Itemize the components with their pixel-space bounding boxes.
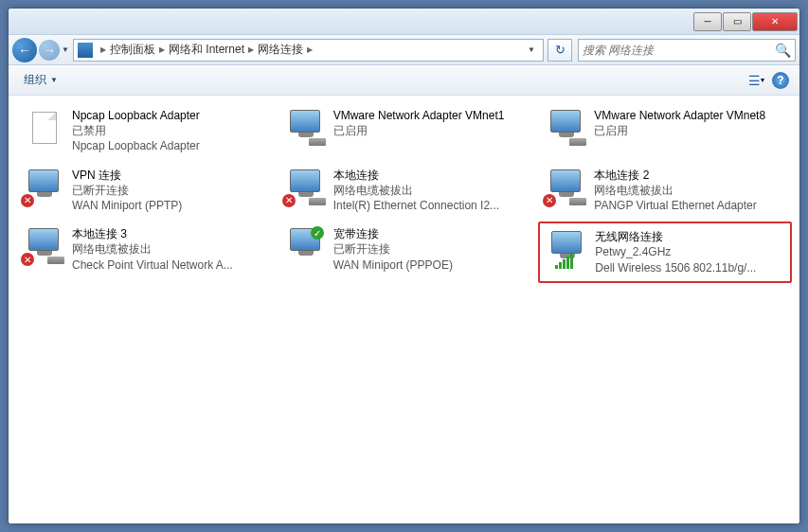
- connection-item[interactable]: ✕VPN 连接已断开连接WAN Miniport (PPTP): [16, 163, 270, 219]
- connection-text: 宽带连接已断开连接WAN Miniport (PPPOE): [333, 226, 527, 273]
- navbar: ← → ▼ ▶ 控制面板 ▶ 网络和 Internet ▶ 网络连接 ▶ ▼ ↻…: [9, 35, 799, 65]
- connection-icon: [282, 108, 328, 148]
- connection-name: 宽带连接: [333, 226, 527, 241]
- back-button[interactable]: ←: [12, 38, 37, 62]
- connection-name: 本地连接 2: [594, 168, 787, 183]
- connections-grid: Npcap Loopback Adapter已禁用Npcap Loopback …: [16, 103, 792, 283]
- search-icon[interactable]: 🔍: [775, 43, 791, 58]
- chevron-right-icon[interactable]: ▶: [248, 45, 254, 54]
- connection-item[interactable]: Npcap Loopback Adapter已禁用Npcap Loopback …: [16, 103, 270, 159]
- connection-text: 本地连接 3网络电缆被拔出Check Point Virtual Network…: [72, 226, 265, 273]
- breadcrumb: ▶ 控制面板 ▶ 网络和 Internet ▶ 网络连接 ▶: [97, 42, 316, 58]
- connection-status: 已禁用: [72, 123, 265, 138]
- address-bar[interactable]: ▶ 控制面板 ▶ 网络和 Internet ▶ 网络连接 ▶ ▼: [73, 39, 544, 62]
- breadcrumb-item[interactable]: 网络连接: [258, 42, 303, 58]
- content-area: Npcap Loopback Adapter已禁用Npcap Loopback …: [9, 96, 799, 523]
- connection-device: Npcap Loopback Adapter: [72, 138, 265, 153]
- connection-text: 本地连接 2网络电缆被拔出PANGP Virtual Ethernet Adap…: [594, 168, 787, 214]
- connection-status: 网络电缆被拔出: [333, 183, 527, 198]
- organize-label: 组织: [24, 72, 46, 88]
- connection-name: VMware Network Adapter VMnet8: [594, 108, 787, 123]
- titlebar: ─ ▭ ✕: [9, 9, 799, 35]
- connection-status: 已启用: [333, 123, 527, 138]
- chevron-down-icon: ▾: [761, 76, 764, 84]
- organize-menu[interactable]: 组织 ▼: [16, 68, 65, 92]
- connection-name: 本地连接 3: [72, 226, 265, 241]
- help-icon: ?: [772, 72, 789, 89]
- connection-item[interactable]: ✕本地连接 2网络电缆被拔出PANGP Virtual Ethernet Ada…: [538, 163, 792, 219]
- connection-name: Npcap Loopback Adapter: [72, 108, 265, 123]
- connection-status: Petwy_2.4GHz: [595, 244, 786, 259]
- view-icon: ☰: [748, 73, 761, 88]
- connection-item[interactable]: ✕本地连接 3网络电缆被拔出Check Point Virtual Networ…: [16, 222, 270, 283]
- connection-status: 网络电缆被拔出: [594, 183, 787, 198]
- refresh-button[interactable]: ↻: [548, 39, 572, 62]
- address-dropdown[interactable]: ▼: [524, 45, 539, 54]
- connection-device: WAN Miniport (PPPOE): [333, 257, 527, 273]
- connection-item[interactable]: VMware Network Adapter VMnet8已启用: [538, 103, 792, 159]
- connection-icon: ✕: [543, 168, 588, 207]
- connection-text: VMware Network Adapter VMnet1已启用: [333, 108, 527, 138]
- maximize-button[interactable]: ▭: [723, 12, 751, 31]
- connection-item[interactable]: ✕本地连接网络电缆被拔出Intel(R) Ethernet Connection…: [278, 163, 531, 219]
- forward-button[interactable]: →: [39, 40, 60, 61]
- help-button[interactable]: ?: [769, 70, 792, 91]
- connection-item[interactable]: ✓宽带连接已断开连接WAN Miniport (PPPOE): [278, 222, 531, 283]
- connection-text: 无线网络连接Petwy_2.4GHzDell Wireless 1506 802…: [595, 229, 786, 275]
- connection-icon: [21, 108, 66, 148]
- connection-name: VPN 连接: [72, 168, 265, 183]
- connection-item[interactable]: VMware Network Adapter VMnet1已启用: [278, 103, 531, 159]
- connection-device: PANGP Virtual Ethernet Adapter: [594, 198, 787, 213]
- connection-status: 已断开连接: [333, 241, 527, 257]
- connection-device: Dell Wireless 1506 802.11b/g/...: [595, 260, 786, 275]
- view-button[interactable]: ☰▾: [745, 70, 767, 91]
- connection-name: 本地连接: [333, 168, 527, 183]
- breadcrumb-item[interactable]: 网络和 Internet: [169, 42, 244, 58]
- connection-text: Npcap Loopback Adapter已禁用Npcap Loopback …: [72, 108, 265, 154]
- toolbar: 组织 ▼ ☰▾ ?: [9, 65, 799, 96]
- explorer-window: ─ ▭ ✕ ← → ▼ ▶ 控制面板 ▶ 网络和 Internet ▶ 网络连接…: [8, 8, 800, 524]
- connection-device: WAN Miniport (PPTP): [72, 198, 265, 213]
- connection-status: 已断开连接: [72, 183, 265, 198]
- connection-device: Intel(R) Ethernet Connection I2...: [333, 198, 527, 213]
- connection-icon: ✕: [21, 168, 66, 207]
- connection-text: 本地连接网络电缆被拔出Intel(R) Ethernet Connection …: [333, 168, 527, 214]
- connection-device: Check Point Virtual Network A...: [72, 257, 265, 273]
- connection-name: 无线网络连接: [595, 229, 786, 244]
- connection-name: VMware Network Adapter VMnet1: [333, 108, 527, 123]
- minimize-button[interactable]: ─: [693, 12, 722, 31]
- close-button[interactable]: ✕: [752, 12, 798, 31]
- connection-icon: ✕: [21, 226, 66, 266]
- connection-status: 网络电缆被拔出: [72, 241, 265, 257]
- connection-icon: ✓: [282, 226, 328, 266]
- chevron-right-icon[interactable]: ▶: [307, 45, 313, 54]
- connection-icon: [543, 108, 588, 148]
- connection-text: VPN 连接已断开连接WAN Miniport (PPTP): [72, 168, 265, 214]
- connection-icon: [544, 229, 589, 269]
- search-box[interactable]: 🔍: [578, 39, 796, 62]
- breadcrumb-item[interactable]: 控制面板: [110, 42, 155, 58]
- chevron-right-icon[interactable]: ▶: [100, 45, 106, 54]
- connection-text: VMware Network Adapter VMnet8已启用: [594, 108, 787, 138]
- chevron-right-icon[interactable]: ▶: [159, 45, 165, 54]
- connection-icon: ✕: [282, 168, 328, 207]
- history-dropdown[interactable]: ▼: [62, 45, 71, 54]
- chevron-down-icon: ▼: [50, 76, 58, 84]
- connection-item[interactable]: 无线网络连接Petwy_2.4GHzDell Wireless 1506 802…: [538, 222, 792, 283]
- location-icon: [78, 43, 93, 58]
- search-input[interactable]: [583, 44, 775, 57]
- connection-status: 已启用: [594, 123, 787, 138]
